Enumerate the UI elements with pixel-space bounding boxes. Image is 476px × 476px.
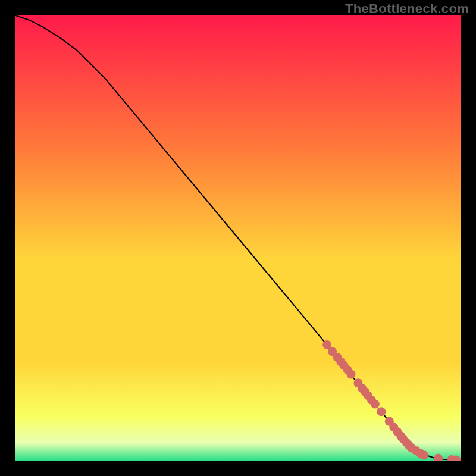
chart-frame: TheBottleneck.com [0,0,476,476]
bottleneck-chart [15,15,461,461]
watermark-text: TheBottleneck.com [345,1,469,17]
data-marker [377,407,386,416]
data-marker [371,400,380,409]
data-marker [419,451,428,460]
plot-area [15,15,461,461]
data-marker [346,369,355,378]
